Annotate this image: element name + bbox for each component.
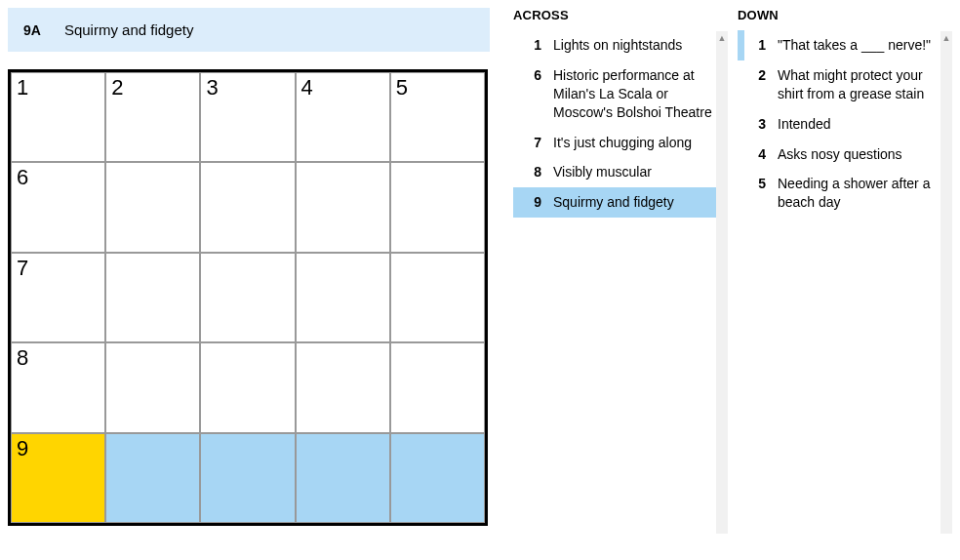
grid-cell-1-0[interactable]: 6: [11, 162, 105, 252]
clue-text: Lights on nightstands: [553, 36, 718, 55]
cell-number: 8: [17, 345, 28, 371]
grid-cell-2-0[interactable]: 7: [11, 253, 105, 342]
clue-number: 3: [744, 115, 778, 134]
grid-cell-2-3[interactable]: [296, 253, 390, 342]
clue-number: 7: [520, 134, 553, 152]
grid-cell-2-1[interactable]: [105, 253, 200, 342]
cell-number: 7: [17, 256, 28, 281]
down-clue-4[interactable]: 4Asks nosy questions: [738, 140, 952, 170]
grid-cell-3-4[interactable]: [390, 342, 485, 432]
grid-cell-0-4[interactable]: 5: [390, 72, 485, 162]
clue-text: Asks nosy questions: [778, 145, 942, 164]
clue-text: "That takes a ___ nerve!": [778, 36, 942, 55]
across-clue-6[interactable]: 6Historic performance at Milan's La Scal…: [513, 60, 728, 128]
cell-number: 6: [17, 165, 28, 190]
scrollbar-track[interactable]: ▲ ▼: [940, 31, 952, 534]
grid-cell-3-1[interactable]: [105, 342, 200, 432]
grid-cell-2-4[interactable]: [390, 253, 485, 342]
across-clue-9[interactable]: 9Squirmy and fidgety: [513, 187, 728, 218]
down-clue-3[interactable]: 3Intended: [738, 109, 952, 140]
grid-cell-4-2[interactable]: [200, 433, 295, 523]
clue-number: 4: [744, 145, 778, 164]
clue-panels: ACROSS 1Lights on nightstands6Historic p…: [513, 8, 952, 526]
grid-cell-1-3[interactable]: [296, 162, 390, 252]
grid-cell-1-1[interactable]: [105, 162, 200, 252]
grid-cell-1-4[interactable]: [390, 162, 485, 252]
grid-cell-0-1[interactable]: 2: [105, 72, 200, 162]
grid-cell-4-0[interactable]: 9: [11, 433, 105, 523]
grid-cell-0-3[interactable]: 4: [296, 72, 390, 162]
scroll-up-icon[interactable]: ▲: [940, 31, 952, 45]
across-header: ACROSS: [513, 8, 728, 22]
clue-text: What might protect your shirt from a gre…: [778, 66, 942, 103]
clue-text: Needing a shower after a beach day: [778, 175, 942, 212]
current-clue-bar[interactable]: 9A Squirmy and fidgety: [8, 8, 490, 52]
clue-text: Intended: [778, 115, 942, 134]
crossword-container: 9A Squirmy and fidgety 123456789 ACROSS …: [8, 8, 952, 526]
grid-cell-0-2[interactable]: 3: [200, 72, 295, 162]
clue-text: Historic performance at Milan's La Scala…: [553, 66, 718, 122]
grid-cell-4-4[interactable]: [390, 433, 485, 523]
down-column: DOWN 1"That takes a ___ nerve!"2What mig…: [738, 8, 952, 526]
across-clue-8[interactable]: 8Visibly muscular: [513, 157, 728, 187]
clue-number: 6: [520, 66, 553, 122]
clue-number: 1: [520, 36, 553, 55]
grid-cell-4-1[interactable]: [105, 433, 200, 523]
across-column: ACROSS 1Lights on nightstands6Historic p…: [513, 8, 728, 526]
clue-number: 1: [744, 36, 778, 55]
scroll-up-icon[interactable]: ▲: [716, 31, 728, 45]
crossword-grid[interactable]: 123456789: [8, 69, 488, 526]
down-clue-1[interactable]: 1"That takes a ___ nerve!": [738, 30, 952, 60]
clue-number: 8: [520, 163, 553, 181]
grid-cell-2-2[interactable]: [200, 253, 295, 342]
cell-number: 5: [396, 75, 408, 100]
grid-cell-3-2[interactable]: [200, 342, 295, 432]
clue-text: It's just chugging along: [553, 134, 718, 152]
across-clue-1[interactable]: 1Lights on nightstands: [513, 30, 728, 60]
cell-number: 4: [301, 75, 313, 100]
current-clue-text: Squirmy and fidgety: [64, 21, 194, 38]
down-clue-list: 1"That takes a ___ nerve!"2What might pr…: [738, 30, 952, 218]
down-header: DOWN: [738, 8, 952, 22]
grid-cell-3-3[interactable]: [296, 342, 390, 432]
clue-number: 5: [744, 175, 778, 212]
left-panel: 9A Squirmy and fidgety 123456789: [8, 8, 490, 526]
cell-number: 2: [111, 75, 123, 100]
current-clue-number: 9A: [23, 22, 41, 38]
down-clue-5[interactable]: 5Needing a shower after a beach day: [738, 169, 952, 218]
cell-number: 3: [206, 75, 218, 100]
clue-number: 2: [744, 66, 778, 103]
down-clue-2[interactable]: 2What might protect your shirt from a gr…: [738, 60, 952, 109]
grid-cell-1-2[interactable]: [200, 162, 295, 252]
across-clue-list: 1Lights on nightstands6Historic performa…: [513, 30, 728, 218]
grid-cell-3-0[interactable]: 8: [11, 342, 105, 432]
clue-number: 9: [520, 193, 553, 212]
scrollbar-track[interactable]: ▲ ▼: [716, 31, 728, 534]
across-clue-7[interactable]: 7It's just chugging along: [513, 128, 728, 158]
cell-number: 9: [17, 436, 28, 461]
cell-number: 1: [17, 75, 28, 100]
clue-text: Squirmy and fidgety: [553, 193, 718, 212]
grid-cell-0-0[interactable]: 1: [11, 72, 105, 162]
clue-text: Visibly muscular: [553, 163, 718, 181]
grid-cell-4-3[interactable]: [296, 433, 390, 523]
